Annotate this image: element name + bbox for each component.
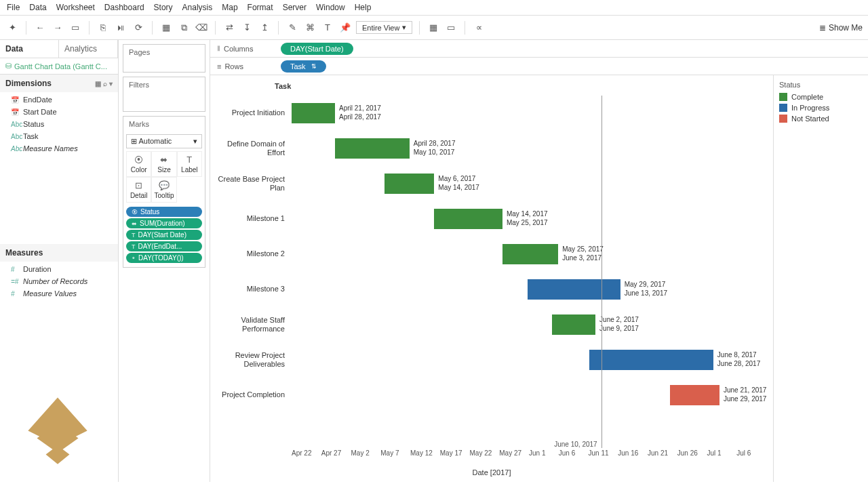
tab-data[interactable]: Data (0, 40, 59, 58)
new-sheet-icon[interactable]: ▦ (159, 21, 173, 35)
filters-shelf[interactable]: Filters (123, 77, 205, 112)
sort-icon: ⇅ (311, 63, 317, 70)
chevron-down-icon: ▾ (402, 23, 406, 32)
fit-dropdown[interactable]: Entire View ▾ (356, 21, 412, 34)
rows-icon: ≡ (217, 62, 221, 70)
menu-dashboard[interactable]: Dashboard (104, 3, 144, 12)
pin-icon[interactable]: 📌 (338, 21, 352, 35)
mark-pill[interactable]: TDAY(Start Date) (126, 230, 202, 240)
gantt-bar[interactable] (292, 103, 335, 123)
gantt-bar[interactable] (528, 279, 620, 300)
menu-data[interactable]: Data (29, 3, 46, 12)
text-icon[interactable]: T (321, 21, 334, 35)
save-icon[interactable]: ▭ (68, 21, 82, 35)
highlight-icon[interactable]: ✎ (285, 21, 299, 35)
bar-date-label: June 2, 2017June 9, 2017 (599, 315, 639, 333)
legend-item[interactable]: In Progress (779, 102, 863, 113)
menu-help[interactable]: Help (355, 3, 372, 12)
duplicate-icon[interactable]: ⧉ (177, 21, 191, 35)
new-datasource-icon[interactable]: ⎘ (96, 21, 110, 35)
share-icon[interactable]: ∝ (472, 21, 486, 35)
toolbar: ✦ ← → ▭ ⎘ ⏯ ⟳ ▦ ⧉ ⌫ ⇄ ↧ ↥ ✎ ⌘ T 📌 Entire… (0, 16, 868, 40)
tab-analytics[interactable]: Analytics (59, 40, 118, 58)
swap-icon[interactable]: ⇄ (222, 21, 236, 35)
gantt-row: Create Base Project PlanMay 6, 2017May 1… (210, 166, 773, 201)
menu-format[interactable]: Format (248, 3, 273, 12)
pause-icon[interactable]: ⏯ (114, 21, 127, 35)
menu-window[interactable]: Window (316, 3, 345, 12)
marks-tooltip-button[interactable]: 💬Tooltip (151, 177, 176, 203)
gantt-bar[interactable] (552, 314, 595, 335)
rows-pill[interactable]: Task⇅ (281, 60, 326, 73)
columns-pill[interactable]: DAY(Start Date) (281, 43, 353, 55)
menu-analysis[interactable]: Analysis (182, 3, 213, 12)
reference-line-label: June 10, 2017 (554, 441, 597, 448)
columns-shelf[interactable]: ⦀Columns DAY(Start Date) (210, 40, 868, 58)
x-tick: May 17 (440, 449, 470, 462)
cards-icon[interactable]: ▦ (427, 21, 440, 35)
chart-area[interactable]: Task Project InitiationApril 21, 2017Apr… (210, 75, 773, 482)
mark-pill[interactable]: ⬌SUM(Duration) (126, 218, 202, 228)
gantt-bar[interactable] (589, 350, 713, 370)
gantt-bar[interactable] (670, 385, 719, 405)
sort-asc-icon[interactable]: ↧ (240, 21, 254, 35)
legend-item[interactable]: Not Started (779, 113, 863, 124)
marks-color-button[interactable]: ⦿Color (126, 151, 151, 177)
dimensions-header: Dimensions ▦ ⌕ ▾ (0, 75, 118, 92)
measures-list: #Duration=#Number of Records#Measure Val… (0, 262, 118, 301)
gantt-bar[interactable] (384, 174, 434, 194)
x-tick: May 12 (410, 449, 440, 462)
forward-icon[interactable]: → (51, 21, 64, 35)
field-enddate[interactable]: 📅EndDate (0, 94, 118, 106)
x-tick: May 22 (470, 449, 500, 462)
x-tick: Jun 21 (648, 449, 677, 462)
menu-server[interactable]: Server (283, 3, 307, 12)
rows-shelf[interactable]: ≡Rows Task⇅ (210, 58, 868, 75)
refresh-icon[interactable]: ⟳ (132, 21, 145, 35)
marks-card: Marks ⊞ Automatic ▾ ⦿Color⬌SizeTLabel⊡De… (123, 116, 205, 268)
field-status[interactable]: AbcStatus (0, 118, 118, 130)
measures-header: Measures (0, 244, 118, 262)
field-type-icon: # (11, 266, 19, 273)
field-duration[interactable]: #Duration (0, 263, 118, 275)
x-tick: Jul 6 (736, 449, 766, 462)
search-icon[interactable]: ▦ ⌕ ▾ (95, 80, 113, 87)
field-start-date[interactable]: 📅Start Date (0, 106, 118, 118)
mark-pill[interactable]: TDAY(EndDat... (126, 241, 202, 251)
back-icon[interactable]: ← (33, 21, 47, 35)
marks-label-button[interactable]: TLabel (177, 151, 202, 177)
menu-file[interactable]: File (7, 3, 20, 12)
bar-date-label: May 14, 2017May 25, 2017 (507, 209, 548, 227)
bar-date-label: June 21, 2017June 29, 2017 (724, 386, 766, 403)
field-number-of-records[interactable]: =#Number of Records (0, 275, 118, 287)
sort-desc-icon[interactable]: ↥ (258, 21, 271, 35)
mark-pill[interactable]: ⦿Status (126, 207, 202, 217)
x-tick: Jun 11 (589, 449, 618, 462)
gantt-bar[interactable] (434, 209, 502, 229)
field-task[interactable]: AbcTask (0, 130, 118, 142)
legend-item[interactable]: Complete (779, 92, 863, 102)
menu-story[interactable]: Story (154, 3, 173, 12)
showme-label: Show Me (829, 23, 863, 33)
clear-icon[interactable]: ⌫ (195, 21, 208, 35)
field-measure-values[interactable]: #Measure Values (0, 287, 118, 300)
marks-type-dropdown[interactable]: ⊞ Automatic ▾ (126, 134, 202, 148)
pages-shelf[interactable]: Pages (123, 44, 205, 73)
tableau-icon[interactable]: ✦ (5, 21, 19, 35)
show-me-button[interactable]: ≣ Show Me (819, 23, 863, 33)
menu-worksheet[interactable]: Worksheet (56, 3, 95, 12)
presentation-icon[interactable]: ▭ (444, 21, 458, 35)
task-label: Review Project Deliverables (210, 351, 292, 369)
gantt-bar[interactable] (502, 244, 558, 264)
datasource-name[interactable]: ⛁ Gantt Chart Data (Gantt C... (0, 58, 118, 75)
legend-title: Status (779, 81, 863, 89)
marks-detail-button[interactable]: ⊡Detail (126, 177, 151, 203)
field-measure-names[interactable]: AbcMeasure Names (0, 142, 118, 155)
columns-icon: ⦀ (217, 44, 220, 53)
menu-map[interactable]: Map (222, 3, 237, 12)
marks-size-button[interactable]: ⬌Size (151, 151, 176, 177)
gantt-bar[interactable] (335, 138, 410, 159)
mark-pill[interactable]: ∘DAY(TODAY()) (126, 253, 202, 263)
task-label: Project Completion (210, 390, 292, 399)
group-icon[interactable]: ⌘ (303, 21, 317, 35)
